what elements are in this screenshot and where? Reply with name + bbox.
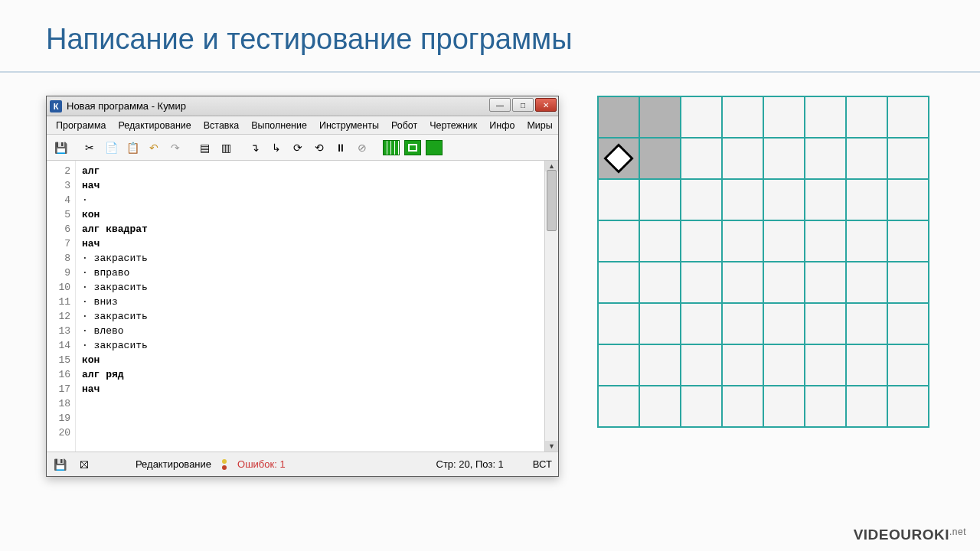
step-over-icon[interactable]: ↳ <box>267 139 286 157</box>
grid-cell <box>846 303 887 344</box>
watermark: VIDEOUROKI.net <box>854 527 966 543</box>
menu-tools[interactable]: Инструменты <box>313 119 385 132</box>
grid-cell <box>598 344 639 386</box>
grid-cell <box>681 386 722 427</box>
grid-cell <box>805 262 846 303</box>
grid-cell <box>846 220 887 262</box>
grid2-icon[interactable] <box>403 139 422 157</box>
grid-cell <box>887 262 929 303</box>
close-doc-icon[interactable]: ⛝ <box>77 458 91 471</box>
window-controls: — □ ✕ <box>488 98 557 112</box>
grid-cell <box>639 262 681 303</box>
grid-cell <box>639 96 681 138</box>
slide: Написание и тестирование программы К Нов… <box>0 0 980 551</box>
status-position: Стр: 20, Поз: 1 <box>436 458 504 470</box>
cut-icon[interactable]: ✂ <box>80 139 99 157</box>
grid-cell <box>639 138 681 179</box>
grid-cell <box>763 179 805 220</box>
code-editor[interactable]: 234567891011121314151617181920 алгнач·ко… <box>47 161 558 452</box>
grid-cell <box>681 96 722 138</box>
grid-cell <box>846 138 887 179</box>
menu-worlds[interactable]: Миры <box>521 119 558 132</box>
paste-icon[interactable]: 📋 <box>123 139 142 157</box>
copy-icon[interactable]: 📄 <box>102 139 120 157</box>
slide-title: Написание и тестирование программы <box>0 0 980 71</box>
undo-icon[interactable]: ↶ <box>145 139 163 157</box>
watermark-brand: VIDEOUROKI <box>854 527 949 543</box>
minimize-button[interactable]: — <box>489 98 511 112</box>
doc1-icon[interactable]: ▤ <box>195 139 214 157</box>
grid1-icon[interactable] <box>382 139 400 157</box>
grid-cell <box>598 138 639 179</box>
grid-cell <box>887 220 929 262</box>
redo-icon[interactable]: ↷ <box>166 139 185 157</box>
menu-robot[interactable]: Робот <box>385 119 423 132</box>
grid-cell <box>763 344 805 386</box>
stop-icon[interactable]: ⊘ <box>353 139 371 157</box>
pause-icon[interactable]: ⏸ <box>332 139 350 157</box>
grid-cell <box>763 262 805 303</box>
grid-cell <box>722 303 763 344</box>
grid-cell <box>722 220 763 262</box>
grid-cell <box>887 179 929 220</box>
grid-cell <box>763 386 805 427</box>
grid-cell <box>763 303 805 344</box>
grid-cell <box>639 220 681 262</box>
grid-cell <box>681 179 722 220</box>
grid-cell <box>805 220 846 262</box>
grid-cell <box>681 262 722 303</box>
step-into-icon[interactable]: ↴ <box>246 139 264 157</box>
divider <box>0 71 980 73</box>
titlebar[interactable]: К Новая программа - Кумир — □ ✕ <box>47 96 558 116</box>
grid-cell <box>722 344 763 386</box>
status-mode: Редактирование <box>136 458 211 470</box>
menu-edit[interactable]: Редактирование <box>113 119 198 132</box>
grid-cell <box>887 96 929 138</box>
grid-cell <box>722 179 763 220</box>
run-fast-icon[interactable]: ⟳ <box>289 139 307 157</box>
scroll-thumb[interactable] <box>547 170 557 231</box>
grid-cell <box>887 386 929 427</box>
save-status-icon[interactable]: 💾 <box>53 458 67 471</box>
grid-cell <box>887 138 929 179</box>
scroll-down-icon[interactable]: ▼ <box>545 441 558 452</box>
grid-cell <box>598 303 639 344</box>
menu-run[interactable]: Выполнение <box>245 119 313 132</box>
line-gutter: 234567891011121314151617181920 <box>47 161 76 452</box>
grid-cell <box>805 96 846 138</box>
grid-cell <box>722 96 763 138</box>
menu-info[interactable]: Инфо <box>483 119 521 132</box>
grid-cell <box>639 344 681 386</box>
grid-cell <box>681 344 722 386</box>
menu-program[interactable]: Программа <box>50 119 113 132</box>
close-button[interactable]: ✕ <box>535 98 557 112</box>
grid-cell <box>846 344 887 386</box>
grid-cell <box>805 179 846 220</box>
app-icon: К <box>50 100 62 112</box>
grid3-icon[interactable] <box>425 139 443 157</box>
toolbar: 💾 ✂ 📄 📋 ↶ ↷ ▤ ▥ ↴ ↳ ⟳ ⟲ ⏸ ⊘ <box>47 135 558 161</box>
menu-insert[interactable]: Вставка <box>198 119 245 132</box>
status-insert-mode: ВСТ <box>533 458 552 470</box>
robot-field-wrap <box>597 96 929 477</box>
menu-drafter[interactable]: Чертежник <box>423 119 483 132</box>
grid-cell <box>887 344 929 386</box>
code-area[interactable]: алгнач·коналг квадратнач· закрасить· впр… <box>76 161 544 452</box>
traffic-light-icon <box>222 459 227 470</box>
maximize-button[interactable]: □ <box>512 98 534 112</box>
grid-cell <box>681 220 722 262</box>
vertical-scrollbar[interactable]: ▲ ▼ <box>544 161 558 452</box>
save-icon[interactable]: 💾 <box>51 139 70 157</box>
grid-cell <box>598 262 639 303</box>
doc2-icon[interactable]: ▥ <box>217 139 235 157</box>
grid-cell <box>722 386 763 427</box>
grid-cell <box>805 138 846 179</box>
robot-grid <box>597 96 929 428</box>
grid-cell <box>846 386 887 427</box>
content: К Новая программа - Кумир — □ ✕ Программ… <box>0 96 980 477</box>
grid-cell <box>681 303 722 344</box>
run-slow-icon[interactable]: ⟲ <box>310 139 328 157</box>
grid-cell <box>598 220 639 262</box>
grid-cell <box>763 220 805 262</box>
statusbar: 💾 ⛝ Редактирование Ошибок: 1 Стр: 20, По… <box>47 452 558 476</box>
